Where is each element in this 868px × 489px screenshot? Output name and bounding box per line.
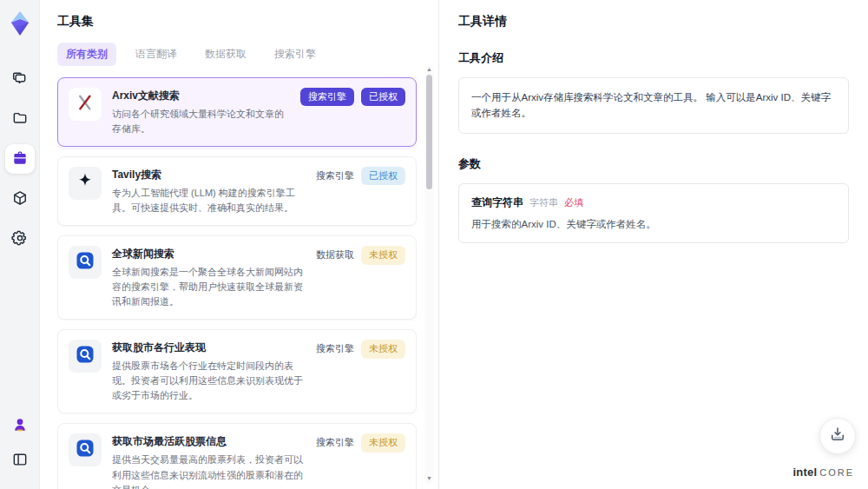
tool-card[interactable]: 获取市场最活跃股票信息 提供当天交易量最高的股票列表，投资者可以利用这些信息来识… [57,423,417,489]
user-icon [11,416,29,436]
sidebar-item-packages[interactable] [5,184,35,214]
sidebar-item-tools[interactable] [5,144,35,174]
parameter-description: 用于搜索的Arxiv ID、关键字或作者姓名。 [471,218,836,231]
parameter-header: 查询字符串 字符串 必填 [471,195,836,210]
tool-card[interactable]: 获取股市各行业表现 提供股票市场各个行业在特定时间段内的表现。投资者可以利用这些… [57,329,417,413]
brand-primary: intel [792,466,817,479]
tool-badges: 数据获取 未授权 [316,246,405,309]
tool-card-main: Arxiv文献搜索 访问各个研究领域大量科学论文和文章的存储库。 [112,88,290,136]
toolbox-icon [11,149,29,169]
parameter-name: 查询字符串 [471,195,523,210]
tab-1[interactable]: 语言翻译 [127,43,186,66]
parameter-item: 查询字符串 字符串 必填 用于搜索的Arxiv ID、关键字或作者姓名。 [458,183,849,243]
app-logo-icon [7,10,33,36]
download-icon [829,426,846,446]
category-tabs: 所有类别语言翻译数据获取搜索引擎 [57,43,438,66]
category-badge: 搜索引擎 [316,167,354,185]
download-button[interactable] [819,418,856,454]
tool-icon-container [69,167,102,200]
category-badge: 搜索引擎 [316,340,354,358]
cube-icon [11,189,29,209]
sidebar-item-settings[interactable] [5,224,35,254]
tavily-star-icon [75,171,95,195]
arxiv-icon [75,92,95,116]
tool-description: 专为人工智能代理 (LLM) 构建的搜索引擎工具。可快速提供实时、准确和真实的结… [112,186,306,215]
search-app-icon [75,250,95,274]
tool-card-main: 获取市场最活跃股票信息 提供当天交易量最高的股票列表，投资者可以利用这些信息来识… [112,433,306,489]
category-badge: 数据获取 [316,246,354,264]
parameter-type: 字符串 [529,196,558,209]
auth-status-badge: 已授权 [361,88,405,106]
tool-description: 提供当天交易量最高的股票列表，投资者可以利用这些信息来识别流动性强的股票和潜在的… [112,453,306,489]
tool-list-panel: 工具集 所有类别语言翻译数据获取搜索引擎 Arxiv文献搜索 访问各个研究领域大… [40,0,438,489]
parameter-required-badge: 必填 [564,196,583,209]
tool-card[interactable]: 全球新闻搜索 全球新闻搜索是一个聚合全球各大新闻网站内容的搜索引擎，帮助用户快速… [57,235,417,320]
tool-name: 获取股市各行业表现 [112,340,306,355]
tool-icon-container [69,433,102,466]
gear-icon [11,229,29,249]
tool-detail-panel: 工具详情 工具介绍 一个用于从Arxiv存储库搜索科学论文和文章的工具。 输入可… [438,0,868,489]
tab-0[interactable]: 所有类别 [57,43,116,66]
auth-status-badge: 未授权 [361,433,405,452]
tab-3[interactable]: 搜索引擎 [266,43,325,66]
tool-badges: 搜索引擎 未授权 [316,340,405,403]
tool-badges: 搜索引擎 已授权 [316,167,405,215]
params-heading: 参数 [458,156,849,172]
tab-2[interactable]: 数据获取 [196,43,255,66]
tool-name: 全球新闻搜索 [112,247,306,261]
scroll-down-icon[interactable]: ▼ [424,475,434,482]
sidebar-bottom [5,411,35,480]
tool-description: 提供股票市场各个行业在特定时间段内的表现。投资者可以利用这些信息来识别表现优于或… [112,359,306,403]
panel-toggle-icon [11,451,29,471]
tool-icon-container [69,88,102,121]
tool-name: Tavily搜索 [112,168,306,182]
tool-card-main: 获取股市各行业表现 提供股票市场各个行业在特定时间段内的表现。投资者可以利用这些… [112,340,306,403]
intel-core-logo: intel core [792,466,854,479]
detail-title: 工具详情 [458,14,849,30]
tool-card-list: Arxiv文献搜索 访问各个研究领域大量科学论文和文章的存储库。 搜索引擎 已授… [57,77,417,489]
brand-secondary: core [819,467,854,478]
collapse-panel-button[interactable] [5,446,35,475]
auth-status-badge: 已授权 [361,167,405,185]
user-avatar-button[interactable] [5,411,35,440]
intro-heading: 工具介绍 [458,50,849,66]
sidebar-item-chat[interactable] [5,64,35,94]
scroll-up-icon[interactable]: ▲ [424,66,434,73]
sidebar-rail [0,0,40,489]
tool-name: 获取市场最活跃股票信息 [112,434,306,449]
tool-intro-text: 一个用于从Arxiv存储库搜索科学论文和文章的工具。 输入可以是Arxiv ID… [458,77,849,134]
tool-description: 访问各个研究领域大量科学论文和文章的存储库。 [112,107,290,136]
category-badge: 搜索引擎 [300,88,354,106]
tool-badges: 搜索引擎 已授权 [300,88,405,136]
search-app-icon [75,438,95,462]
tool-card-main: Tavily搜索 专为人工智能代理 (LLM) 构建的搜索引擎工具。可快速提供实… [112,167,306,215]
tool-icon-container [69,340,102,373]
tool-card-main: 全球新闻搜索 全球新闻搜索是一个聚合全球各大新闻网站内容的搜索引擎，帮助用户快速… [112,246,306,309]
category-badge: 搜索引擎 [316,433,354,452]
chat-icon [11,69,29,89]
scrollbar-thumb[interactable] [426,75,432,189]
folder-icon [11,109,29,129]
tool-card[interactable]: Arxiv文献搜索 访问各个研究领域大量科学论文和文章的存储库。 搜索引擎 已授… [57,77,417,147]
sidebar-item-files[interactable] [5,104,35,134]
auth-status-badge: 未授权 [361,246,405,264]
scrollbar[interactable]: ▲ ▼ [424,64,434,484]
search-app-icon [75,344,95,368]
tool-badges: 搜索引擎 未授权 [316,433,405,489]
auth-status-badge: 未授权 [361,340,405,358]
page-title: 工具集 [57,14,438,30]
tool-name: Arxiv文献搜索 [112,89,290,103]
tool-icon-container [69,246,102,279]
tool-description: 全球新闻搜索是一个聚合全球各大新闻网站内容的搜索引擎，帮助用户快速获取全球最新资… [112,265,306,309]
tool-card[interactable]: Tavily搜索 专为人工智能代理 (LLM) 构建的搜索引擎工具。可快速提供实… [57,156,417,226]
app-window: 工具集 所有类别语言翻译数据获取搜索引擎 Arxiv文献搜索 访问各个研究领域大… [0,0,868,489]
